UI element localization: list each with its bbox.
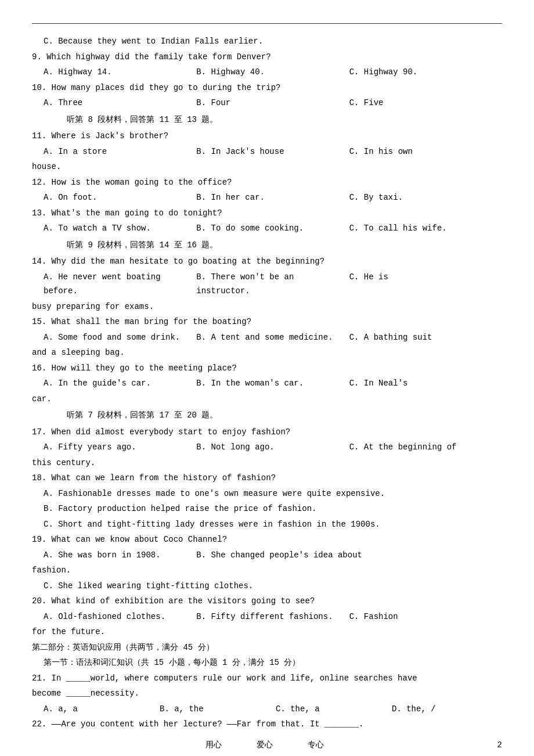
q22-text: 22. ——Are you content with her lecture? …: [32, 717, 502, 732]
q13-text: 13. What's the man going to do tonight?: [32, 206, 502, 221]
q19-option-a: A. She was born in 1908.: [44, 548, 196, 563]
q17-options: A. Fifty years ago. B. Not long ago. C. …: [32, 440, 502, 455]
q21-cont: become _____necessity.: [32, 686, 502, 701]
q20-option-c: C. Fashion: [349, 610, 502, 624]
content-area: C. Because they went to Indian Falls ear…: [32, 34, 502, 732]
q17-option-b: B. Not long ago.: [196, 440, 349, 455]
q12-text: 12. How is the woman going to the office…: [32, 175, 502, 190]
section-note-14-16: 听第 9 段材料，回答第 14 至 16 题。: [32, 238, 502, 253]
q21-option-c: C. the, a: [276, 702, 392, 717]
top-divider: [32, 23, 502, 24]
footer-center: 用心 爱心 专心: [205, 740, 324, 750]
q17-text: 17. When did almost everybody start to e…: [32, 425, 502, 440]
q8-option-c: C. Because they went to Indian Falls ear…: [32, 34, 502, 49]
q13-option-a: A. To watch a TV show.: [44, 221, 196, 236]
q15-option-c: C. A bathing suit: [349, 330, 502, 345]
q12-option-b: B. In her car.: [196, 190, 349, 205]
q20-options: A. Old-fashioned clothes. B. Fifty diffe…: [32, 610, 502, 624]
q15-option-a: A. Some food and some drink.: [44, 330, 196, 345]
q19-option-b: B. She changed people's idea about: [196, 548, 502, 563]
q18-option-b: B. Factory production helped raise the p…: [32, 502, 502, 516]
q10-text: 10. How many places did they go to durin…: [32, 81, 502, 95]
q15-cont: and a sleeping bag.: [32, 345, 502, 360]
q19-text: 19. What can we know about Coco Channel?: [32, 532, 502, 547]
q16-options: A. In the guide's car. B. In the woman's…: [32, 376, 502, 391]
q19-option-c: C. She liked wearing tight-fitting cloth…: [32, 579, 502, 593]
q18-option-a: A. Fashionable dresses made to one's own…: [32, 487, 502, 501]
footer-center-3: 专心: [308, 740, 324, 750]
q15-text: 15. What shall the man bring for the boa…: [32, 315, 502, 329]
q11-option-b: B. In Jack's house: [196, 145, 349, 159]
q13-option-b: B. To do some cooking.: [196, 221, 349, 236]
q13-options: A. To watch a TV show. B. To do some coo…: [32, 221, 502, 236]
q14-option-c: C. He is: [349, 270, 502, 298]
q17-option-a: A. Fifty years ago.: [44, 440, 196, 455]
q12-option-a: A. On foot.: [44, 190, 196, 205]
page-footer: 用心 爱心 专心 2: [0, 740, 534, 750]
q20-text: 20. What kind of exhibition are the visi…: [32, 594, 502, 609]
q14-cont: busy preparing for exams.: [32, 300, 502, 314]
section-note-17-20: 听第 7 段材料，回答第 17 至 20 题。: [32, 408, 502, 423]
q17-cont: this century.: [32, 456, 502, 470]
q21-text: 21. In _____world, where computers rule …: [32, 671, 502, 686]
q9-options: A. Highway 14. B. Highway 40. C. Highway…: [32, 65, 502, 80]
q14-options: A. He never went boating before. B. Ther…: [32, 270, 502, 298]
q18-text: 18. What can we learn from the history o…: [32, 471, 502, 485]
q12-option-c: C. By taxi.: [349, 190, 502, 205]
q19-b-cont: fashion.: [32, 563, 502, 578]
footer-center-1: 用心: [205, 740, 222, 750]
q11-text: 11. Where is Jack's brother?: [32, 129, 502, 143]
q20-option-b: B. Fifty different fashions.: [196, 610, 349, 624]
q16-option-a: A. In the guide's car.: [44, 376, 196, 391]
q14-text: 14. Why did the man hesitate to go boati…: [32, 254, 502, 269]
q16-option-c: C. In Neal's: [349, 376, 502, 391]
page-container: C. Because they went to Indian Falls ear…: [0, 0, 534, 756]
q11-option-a: A. In a store: [44, 145, 196, 159]
page-number: 2: [497, 740, 502, 750]
footer-center-2: 爱心: [257, 740, 273, 750]
q14-option-b: B. There won't be an instructor.: [196, 270, 349, 298]
q11-options: A. In a store B. In Jack's house C. In h…: [32, 145, 502, 159]
q18-option-c: C. Short and tight-fitting lady dresses …: [32, 517, 502, 532]
q9-option-c: C. Highway 90.: [349, 65, 502, 80]
q10-options: A. Three B. Four C. Five: [32, 96, 502, 110]
q19-options: A. She was born in 1908. B. She changed …: [32, 548, 502, 563]
q21-options: A. a, a B. a, the C. the, a D. the, /: [32, 702, 502, 717]
q13-option-c: C. To call his wife.: [349, 221, 502, 236]
q9-text: 9. Which highway did the family take for…: [32, 50, 502, 64]
q10-option-b: B. Four: [196, 96, 349, 110]
q9-option-a: A. Highway 14.: [44, 65, 196, 80]
q11-cont: house.: [32, 160, 502, 174]
q10-option-c: C. Five: [349, 96, 502, 110]
q14-option-a: A. He never went boating before.: [44, 270, 196, 298]
q21-option-d: D. the, /: [392, 702, 508, 717]
q16-text: 16. How will they go to the meeting plac…: [32, 361, 502, 376]
q11-option-c: C. In his own: [349, 145, 502, 159]
q15-option-b: B. A tent and some medicine.: [196, 330, 349, 345]
q10-option-a: A. Three: [44, 96, 196, 110]
section2-sub: 第一节：语法和词汇知识（共 15 小题，每小题 1 分，满分 15 分）: [32, 656, 502, 670]
q16-option-b: B. In the woman's car.: [196, 376, 349, 391]
q20-cont: for the future.: [32, 625, 502, 639]
q12-options: A. On foot. B. In her car. C. By taxi.: [32, 190, 502, 205]
section2-title: 第二部分：英语知识应用（共两节，满分 45 分）: [32, 640, 502, 655]
q17-option-c: C. At the beginning of: [349, 440, 502, 455]
q20-option-a: A. Old-fashioned clothes.: [44, 610, 196, 624]
q15-options: A. Some food and some drink. B. A tent a…: [32, 330, 502, 345]
section-note-11-13: 听第 8 段材料，回答第 11 至 13 题。: [32, 113, 502, 127]
q21-option-a: A. a, a: [44, 702, 160, 717]
q16-cont: car.: [32, 392, 502, 406]
q9-option-b: B. Highway 40.: [196, 65, 349, 80]
q21-option-b: B. a, the: [160, 702, 276, 717]
